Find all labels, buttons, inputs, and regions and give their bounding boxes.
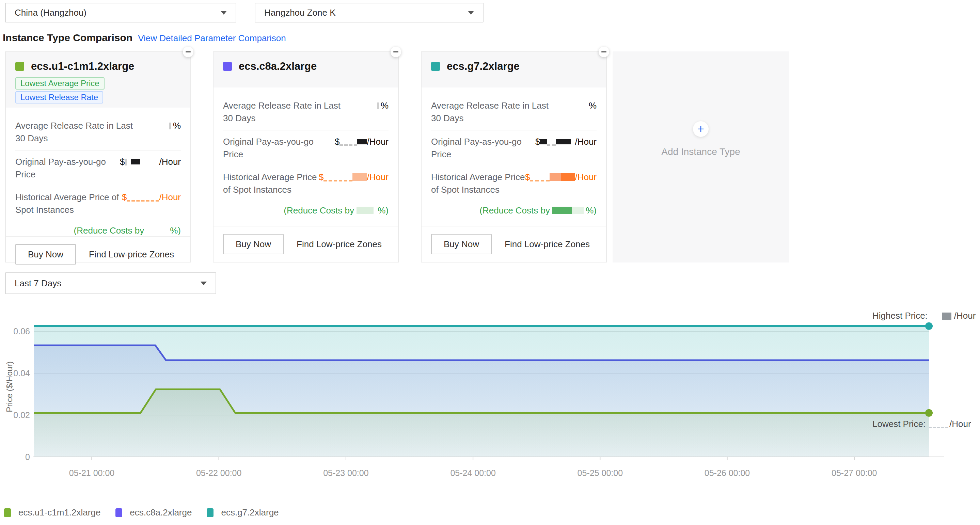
page: China (Hangzhou) Hangzhou Zone K Instanc…: [0, 0, 980, 525]
y-tick-label: 0.04: [13, 368, 30, 378]
minus-icon: [186, 51, 191, 52]
y-tick-label: 0: [25, 452, 30, 462]
legend-swatch: [207, 508, 213, 517]
x-tick-label: 05-24 00:00: [450, 468, 495, 478]
redaction-gap: [926, 426, 929, 427]
redacted-value: [929, 423, 948, 428]
x-tick-label: 05-26 00:00: [705, 468, 750, 478]
legend-item[interactable]: ecs.g7.2xlarge: [207, 507, 278, 518]
x-tick-label: 05-27 00:00: [832, 468, 877, 478]
lowest-price-annotation: Lowest Price:/Hour: [872, 419, 971, 430]
collapse-card-button[interactable]: [391, 47, 401, 57]
x-tick-label: 05-21 00:00: [69, 468, 115, 478]
x-tick-label: 05-22 00:00: [196, 468, 242, 478]
highest-price-annotation: Highest Price:/Hour: [872, 310, 975, 321]
redacted-value: [942, 313, 951, 320]
chart-legend: ecs.u1-c1m1.2xlarge ecs.c8a.2xlarge ecs.…: [4, 507, 294, 518]
legend-swatch: [115, 508, 122, 517]
y-axis-label: Price ($/Hour): [5, 361, 14, 412]
y-tick-label: 0.02: [13, 410, 30, 420]
minus-icon: [393, 51, 398, 52]
minus-icon: [601, 51, 606, 52]
series-end-dot-ecs.g7.2xlarge: [925, 323, 933, 330]
collapse-card-button[interactable]: [599, 47, 609, 57]
series-end-dot-ecs.u1-c1m1.2xlarge: [925, 409, 933, 417]
legend-swatch: [4, 508, 11, 517]
collapse-card-button[interactable]: [183, 47, 193, 57]
x-tick-label: 05-25 00:00: [578, 468, 623, 478]
x-tick-label: 05-23 00:00: [323, 468, 368, 478]
price-history-chart: 05-21 00:0005-22 00:0005-23 00:0005-24 0…: [0, 0, 980, 525]
y-tick-label: 0.06: [13, 326, 30, 336]
redaction-gap: [928, 318, 942, 319]
legend-item[interactable]: ecs.c8a.2xlarge: [115, 507, 192, 518]
legend-item[interactable]: ecs.u1-c1m1.2xlarge: [4, 507, 100, 518]
redaction-gap: [951, 318, 954, 319]
